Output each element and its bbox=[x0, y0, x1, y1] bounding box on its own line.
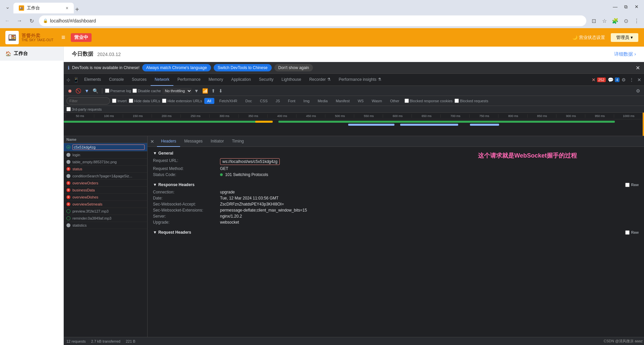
blocked-requests-input[interactable] bbox=[454, 99, 459, 103]
request-row[interactable]: preview.3f1fe127.mp3 bbox=[64, 208, 147, 215]
tab-close-btn[interactable]: × bbox=[66, 5, 68, 11]
clear-btn[interactable]: 🚫 bbox=[74, 87, 82, 95]
request-row[interactable]: ✕ status bbox=[64, 166, 147, 173]
filter-media-btn[interactable]: Media bbox=[315, 98, 331, 104]
blocked-cookies-checkbox[interactable]: Blocked response cookies bbox=[405, 99, 453, 103]
device-toolbar-btn[interactable]: 📱 bbox=[72, 76, 80, 84]
request-row[interactable]: ✕ overviewOrders bbox=[64, 180, 147, 187]
tab-network[interactable]: Network bbox=[151, 74, 173, 86]
tab-sources[interactable]: Sources bbox=[128, 74, 151, 86]
filter-font-btn[interactable]: Font bbox=[285, 98, 299, 104]
raw-checkbox[interactable]: Raw bbox=[625, 183, 639, 187]
requests-scroller[interactable]: ⇌ c5x51kdg4zg login table_empty.885371bc… bbox=[64, 143, 147, 337]
notification-close-btn[interactable]: ✕ bbox=[636, 65, 640, 71]
minimize-btn[interactable]: — bbox=[610, 2, 620, 11]
blocked-requests-checkbox[interactable]: Blocked requests bbox=[454, 99, 488, 103]
tab-performance[interactable]: Performance bbox=[173, 74, 205, 86]
tab-memory[interactable]: Memory bbox=[205, 74, 227, 86]
sidebar-item-dashboard[interactable]: 🏠 工作台 bbox=[0, 47, 63, 61]
filter-other-btn[interactable]: Other bbox=[387, 98, 402, 104]
preserve-log-input[interactable] bbox=[105, 89, 109, 93]
disable-cache-checkbox[interactable]: Disable cache bbox=[132, 89, 161, 93]
invert-checkbox[interactable]: Invert bbox=[112, 99, 127, 103]
details-close-btn[interactable]: ✕ bbox=[150, 139, 154, 144]
filter-all-btn[interactable]: All bbox=[204, 98, 214, 104]
filter-doc-btn[interactable]: Doc bbox=[243, 98, 255, 104]
filter-input[interactable] bbox=[66, 97, 110, 105]
filter-js-btn[interactable]: JS bbox=[273, 98, 283, 104]
settings-btn[interactable]: ⚙ bbox=[620, 76, 627, 84]
tab-application[interactable]: Application bbox=[227, 74, 255, 86]
request-row[interactable]: reminder.0a3849af.mp3 bbox=[64, 215, 147, 222]
more-tools-btn[interactable]: ⋮ bbox=[628, 76, 635, 84]
filter-ws-btn[interactable]: WS bbox=[355, 98, 367, 104]
request-row[interactable]: ✕ overviewDishes bbox=[64, 194, 147, 201]
profile-btn[interactable]: ⊙ bbox=[621, 16, 631, 25]
dont-show-btn[interactable]: Don't show again bbox=[274, 64, 313, 71]
admin-btn[interactable]: 管理员 ▾ bbox=[610, 33, 639, 42]
switch-devtools-btn[interactable]: Switch DevTools to Chinese bbox=[214, 64, 272, 71]
invert-input[interactable] bbox=[112, 99, 116, 103]
network-settings-btn[interactable]: ⚙ bbox=[635, 87, 641, 95]
filter-toggle-btn[interactable]: ▼ bbox=[84, 87, 90, 95]
tab-security[interactable]: Security bbox=[255, 74, 277, 86]
hide-ext-urls-checkbox[interactable]: Hide extension URLs bbox=[162, 99, 202, 103]
hide-data-urls-input[interactable] bbox=[129, 99, 133, 103]
extensions-btn[interactable]: 🧩 bbox=[610, 16, 620, 25]
cast-btn[interactable]: ⊡ bbox=[589, 16, 598, 25]
request-row[interactable]: ✕ overviewSetmeals bbox=[64, 201, 147, 208]
throttle-select[interactable]: No throttling bbox=[162, 88, 192, 94]
address-bar[interactable]: 🔒 localhost/#/dashboard bbox=[39, 15, 586, 26]
devtools-timeline[interactable]: 50 ms 100 ms 150 ms 200 ms 250 ms 300 ms… bbox=[64, 113, 644, 136]
request-row[interactable]: conditionSearch?page=1&pageSiz... bbox=[64, 173, 147, 180]
new-tab-btn[interactable]: + bbox=[75, 6, 79, 13]
raw-input[interactable] bbox=[625, 183, 630, 187]
upload-btn[interactable]: ⬆ bbox=[210, 87, 216, 95]
more-btn[interactable]: ⋮ bbox=[632, 16, 641, 25]
details-tab-headers[interactable]: Headers bbox=[157, 136, 180, 147]
throttle-arrow-btn[interactable]: ▼ bbox=[193, 87, 200, 95]
disable-cache-input[interactable] bbox=[132, 89, 137, 93]
request-row[interactable]: ✕ businessData bbox=[64, 187, 147, 194]
close-btn[interactable]: ✕ bbox=[632, 2, 641, 11]
tab-perf-insights[interactable]: Performance insights ⚗ bbox=[335, 74, 385, 86]
third-party-input[interactable] bbox=[66, 107, 71, 111]
request-row[interactable]: login bbox=[64, 152, 147, 159]
detail-link[interactable]: 详细数据 › bbox=[614, 51, 636, 57]
element-picker-btn[interactable]: ⊹ bbox=[65, 76, 72, 84]
request-row[interactable]: ⇌ c5x51kdg4zg bbox=[64, 143, 147, 152]
details-tab-messages[interactable]: Messages bbox=[180, 136, 207, 147]
blocked-cookies-input[interactable] bbox=[405, 99, 409, 103]
filter-fetch-xhr-btn[interactable]: Fetch/XHR bbox=[216, 98, 240, 104]
details-tab-timing[interactable]: Timing bbox=[228, 136, 248, 147]
active-tab[interactable]: 🍱 工作台 × bbox=[13, 3, 74, 13]
hide-data-urls-checkbox[interactable]: Hide data URLs bbox=[129, 99, 160, 103]
filter-css-btn[interactable]: CSS bbox=[257, 98, 271, 104]
preserve-log-checkbox[interactable]: Preserve log bbox=[105, 89, 131, 93]
tab-list-btn[interactable]: ⌄ bbox=[3, 2, 12, 11]
third-party-checkbox[interactable]: 3rd-party requests bbox=[66, 107, 102, 111]
hide-ext-urls-input[interactable] bbox=[162, 99, 166, 103]
tab-recorder[interactable]: Recorder ⚗ bbox=[305, 74, 335, 86]
raw-input-2[interactable] bbox=[625, 230, 630, 235]
request-row[interactable]: table_empty.885371bc.png bbox=[64, 159, 147, 166]
raw-checkbox-2[interactable]: Raw bbox=[625, 230, 639, 235]
tab-lighthouse[interactable]: Lighthouse bbox=[277, 74, 305, 86]
filter-manifest-btn[interactable]: Manifest bbox=[333, 98, 353, 104]
filter-wasm-btn[interactable]: Wasm bbox=[369, 98, 385, 104]
details-tab-initiator[interactable]: Initiator bbox=[207, 136, 228, 147]
bookmark-btn[interactable]: ☆ bbox=[600, 16, 609, 25]
stop-recording-btn[interactable]: ⏺ bbox=[66, 87, 73, 95]
close-devtools-btn[interactable]: ✕ bbox=[636, 76, 643, 84]
match-language-btn[interactable]: Always match Chrome's language bbox=[142, 64, 211, 71]
refresh-btn[interactable]: ↻ bbox=[27, 16, 36, 25]
tab-elements[interactable]: Elements bbox=[80, 74, 105, 86]
search-btn[interactable]: 🔍 bbox=[92, 87, 99, 95]
forward-btn[interactable]: → bbox=[15, 16, 24, 25]
wifi-btn[interactable]: 📶 bbox=[201, 87, 209, 95]
filter-img-btn[interactable]: Img bbox=[301, 98, 313, 104]
tab-console[interactable]: Console bbox=[105, 74, 128, 86]
restore-btn[interactable]: ⧉ bbox=[621, 2, 631, 11]
download-btn[interactable]: ⬇ bbox=[218, 87, 224, 95]
request-row[interactable]: statistics bbox=[64, 222, 147, 229]
